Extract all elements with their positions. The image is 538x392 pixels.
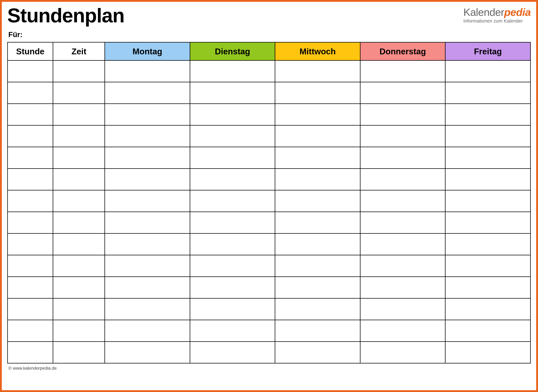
cell-day[interactable] — [360, 320, 445, 342]
cell-day[interactable] — [275, 342, 360, 363]
cell-day[interactable] — [105, 277, 190, 299]
cell-day[interactable] — [275, 255, 360, 277]
cell-time[interactable] — [53, 342, 105, 363]
cell-day[interactable] — [360, 299, 445, 320]
cell-day[interactable] — [105, 233, 190, 255]
cell-time[interactable] — [53, 255, 105, 277]
cell-hour[interactable] — [8, 255, 53, 277]
cell-day[interactable] — [360, 342, 445, 363]
cell-day[interactable] — [190, 169, 275, 190]
cell-day[interactable] — [360, 82, 445, 104]
cell-day[interactable] — [275, 212, 360, 233]
cell-day[interactable] — [275, 169, 360, 190]
cell-day[interactable] — [275, 233, 360, 255]
cell-time[interactable] — [53, 233, 105, 255]
cell-day[interactable] — [105, 255, 190, 277]
cell-hour[interactable] — [8, 169, 53, 190]
cell-day[interactable] — [190, 320, 275, 342]
cell-day[interactable] — [445, 190, 531, 212]
cell-day[interactable] — [360, 277, 445, 299]
cell-time[interactable] — [53, 277, 105, 299]
cell-day[interactable] — [105, 320, 190, 342]
cell-day[interactable] — [105, 342, 190, 363]
cell-hour[interactable] — [8, 61, 53, 82]
cell-day[interactable] — [445, 255, 531, 277]
cell-hour[interactable] — [8, 190, 53, 212]
cell-day[interactable] — [105, 61, 190, 82]
cell-day[interactable] — [445, 61, 531, 82]
cell-day[interactable] — [190, 104, 275, 125]
cell-hour[interactable] — [8, 147, 53, 169]
cell-hour[interactable] — [8, 233, 53, 255]
cell-hour[interactable] — [8, 299, 53, 320]
cell-day[interactable] — [445, 233, 531, 255]
cell-hour[interactable] — [8, 277, 53, 299]
cell-day[interactable] — [445, 125, 531, 147]
cell-time[interactable] — [53, 320, 105, 342]
cell-day[interactable] — [275, 320, 360, 342]
cell-day[interactable] — [190, 277, 275, 299]
cell-day[interactable] — [445, 277, 531, 299]
cell-day[interactable] — [275, 125, 360, 147]
cell-day[interactable] — [445, 147, 531, 169]
cell-day[interactable] — [105, 212, 190, 233]
cell-day[interactable] — [445, 104, 531, 125]
cell-time[interactable] — [53, 169, 105, 190]
cell-day[interactable] — [190, 61, 275, 82]
cell-day[interactable] — [105, 104, 190, 125]
cell-time[interactable] — [53, 61, 105, 82]
cell-time[interactable] — [53, 82, 105, 104]
cell-hour[interactable] — [8, 104, 53, 125]
cell-day[interactable] — [445, 82, 531, 104]
cell-day[interactable] — [275, 61, 360, 82]
cell-day[interactable] — [360, 233, 445, 255]
cell-day[interactable] — [190, 233, 275, 255]
cell-day[interactable] — [275, 104, 360, 125]
cell-day[interactable] — [275, 277, 360, 299]
cell-day[interactable] — [360, 147, 445, 169]
cell-time[interactable] — [53, 212, 105, 233]
cell-time[interactable] — [53, 125, 105, 147]
cell-day[interactable] — [190, 125, 275, 147]
cell-hour[interactable] — [8, 320, 53, 342]
cell-day[interactable] — [360, 169, 445, 190]
cell-day[interactable] — [105, 299, 190, 320]
cell-day[interactable] — [360, 212, 445, 233]
cell-day[interactable] — [190, 212, 275, 233]
cell-day[interactable] — [105, 169, 190, 190]
table-row — [8, 61, 531, 82]
cell-hour[interactable] — [8, 212, 53, 233]
cell-day[interactable] — [445, 212, 531, 233]
cell-day[interactable] — [275, 190, 360, 212]
cell-time[interactable] — [53, 190, 105, 212]
cell-day[interactable] — [445, 320, 531, 342]
cell-day[interactable] — [445, 169, 531, 190]
cell-day[interactable] — [275, 147, 360, 169]
cell-day[interactable] — [360, 125, 445, 147]
cell-day[interactable] — [190, 255, 275, 277]
cell-time[interactable] — [53, 104, 105, 125]
cell-day[interactable] — [360, 190, 445, 212]
cell-day[interactable] — [275, 82, 360, 104]
cell-day[interactable] — [445, 342, 531, 363]
cell-day[interactable] — [105, 125, 190, 147]
cell-day[interactable] — [190, 190, 275, 212]
cell-day[interactable] — [190, 82, 275, 104]
cell-day[interactable] — [445, 299, 531, 320]
col-header-tuesday: Dienstag — [190, 42, 275, 61]
cell-hour[interactable] — [8, 342, 53, 363]
cell-day[interactable] — [275, 299, 360, 320]
cell-day[interactable] — [190, 299, 275, 320]
cell-day[interactable] — [105, 82, 190, 104]
cell-day[interactable] — [360, 104, 445, 125]
cell-day[interactable] — [105, 190, 190, 212]
cell-time[interactable] — [53, 299, 105, 320]
cell-time[interactable] — [53, 147, 105, 169]
cell-hour[interactable] — [8, 82, 53, 104]
cell-day[interactable] — [190, 342, 275, 363]
cell-hour[interactable] — [8, 125, 53, 147]
cell-day[interactable] — [360, 61, 445, 82]
cell-day[interactable] — [360, 255, 445, 277]
cell-day[interactable] — [190, 147, 275, 169]
cell-day[interactable] — [105, 147, 190, 169]
